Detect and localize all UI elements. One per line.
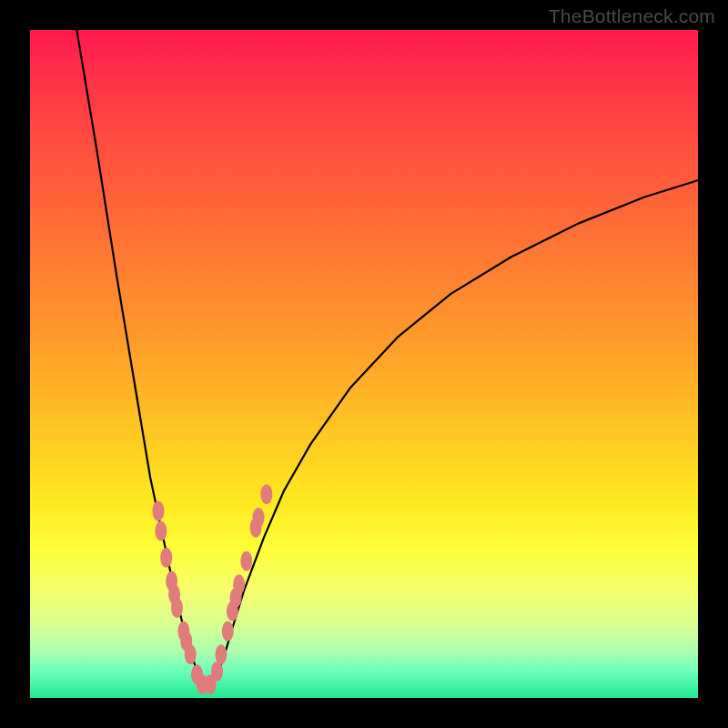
watermark-text: TheBottleneck.com xyxy=(549,5,715,27)
plot-area xyxy=(30,30,698,698)
highlight-point xyxy=(215,644,227,664)
highlight-point xyxy=(152,500,164,521)
curve-left-branch xyxy=(76,30,203,688)
chart-container: TheBottleneck.com xyxy=(0,0,728,728)
highlight-points-layer xyxy=(152,484,272,694)
highlight-point xyxy=(222,622,234,642)
highlight-point xyxy=(233,574,245,594)
highlight-point xyxy=(260,484,272,504)
highlight-point xyxy=(155,521,167,541)
highlight-point xyxy=(160,548,172,568)
chart-svg xyxy=(30,30,698,698)
highlight-point xyxy=(240,551,252,571)
curve-right-branch xyxy=(204,180,698,688)
highlight-point xyxy=(253,508,265,528)
highlight-point xyxy=(185,644,197,664)
highlight-point xyxy=(171,598,183,618)
